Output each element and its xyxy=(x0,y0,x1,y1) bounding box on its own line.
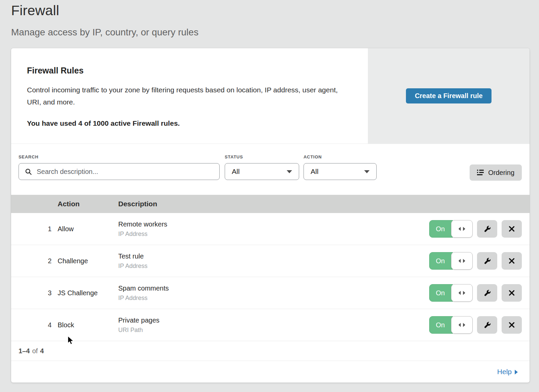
rule-action: Allow xyxy=(58,225,118,233)
card-description: Control incoming traffic to your zone by… xyxy=(27,84,347,108)
rule-description-cell: Private pages URI Path xyxy=(118,316,429,334)
table-row: 1 Allow Remote workers IP Address On xyxy=(11,213,530,245)
ordering-button-label: Ordering xyxy=(488,169,514,177)
edit-rule-button[interactable] xyxy=(477,220,497,238)
overview-text: Firewall Rules Control incoming traffic … xyxy=(11,48,368,144)
toggle-handle[interactable] xyxy=(451,220,473,238)
status-label: STATUS xyxy=(225,154,299,159)
rule-description: Spam comments xyxy=(118,284,429,292)
rule-description: Private pages xyxy=(118,316,429,324)
rule-priority: 1 xyxy=(11,225,58,233)
toggle-state-label: On xyxy=(429,252,453,270)
left-right-arrows-icon xyxy=(457,323,466,327)
pagination-range: 1–4 xyxy=(19,347,30,355)
rule-enabled-toggle[interactable]: On xyxy=(429,284,473,302)
rule-enabled-toggle[interactable]: On xyxy=(429,316,473,334)
page-header: Firewall Manage access by IP, country, o… xyxy=(0,0,539,38)
description-column-header: Description xyxy=(118,200,530,208)
action-filter-group: ACTION All xyxy=(304,154,377,180)
search-input[interactable] xyxy=(36,168,215,176)
pagination-total: 4 xyxy=(40,347,44,355)
rule-controls: On xyxy=(429,316,530,334)
delete-rule-button[interactable] xyxy=(502,252,522,270)
help-link-label: Help xyxy=(497,368,512,376)
close-icon xyxy=(508,225,515,232)
rule-enabled-toggle[interactable]: On xyxy=(429,252,473,270)
action-select[interactable]: All xyxy=(304,163,377,180)
delete-rule-button[interactable] xyxy=(502,316,522,334)
overview-section: Firewall Rules Control incoming traffic … xyxy=(11,48,530,144)
rule-controls: On xyxy=(429,252,530,270)
wrench-icon xyxy=(483,289,491,297)
create-rule-panel: Create a Firewall rule xyxy=(368,48,530,144)
close-icon xyxy=(508,290,515,296)
rule-action: JS Challenge xyxy=(58,289,118,297)
status-select[interactable]: All xyxy=(225,163,299,180)
rule-action: Challenge xyxy=(58,257,118,265)
arrow-right-icon xyxy=(515,370,518,374)
delete-rule-button[interactable] xyxy=(502,220,522,238)
left-right-arrows-icon xyxy=(457,259,466,263)
rule-description-cell: Spam comments IP Address xyxy=(118,284,429,302)
toggle-state-label: On xyxy=(429,220,453,238)
rule-description: Test rule xyxy=(118,252,429,260)
rule-priority: 3 xyxy=(11,289,58,297)
toggle-handle[interactable] xyxy=(451,284,473,302)
search-icon xyxy=(25,168,32,175)
rule-controls: On xyxy=(429,220,530,238)
toggle-state-label: On xyxy=(429,316,453,334)
table-row: 2 Challenge Test rule IP Address On xyxy=(11,245,530,277)
rule-controls: On xyxy=(429,284,530,302)
action-selected-value: All xyxy=(311,168,318,176)
rule-enabled-toggle[interactable]: On xyxy=(429,220,473,238)
left-right-arrows-icon xyxy=(457,227,466,231)
table-header-row: Action Description xyxy=(11,195,530,213)
edit-rule-button[interactable] xyxy=(477,316,497,334)
filter-bar: SEARCH STATUS All ACTION All xyxy=(11,144,530,195)
ordered-list-icon xyxy=(477,170,484,176)
pagination: 1–4 of 4 xyxy=(11,341,530,361)
status-selected-value: All xyxy=(232,168,240,176)
rule-description-cell: Test rule IP Address xyxy=(118,252,429,270)
search-label: SEARCH xyxy=(19,154,220,159)
page-title: Firewall xyxy=(11,3,529,19)
rule-match-type: IP Address xyxy=(118,295,429,302)
wrench-icon xyxy=(483,321,491,329)
chevron-down-icon xyxy=(287,170,292,173)
page-subtitle: Manage access by IP, country, or query r… xyxy=(11,27,529,38)
toggle-state-label: On xyxy=(429,284,453,302)
delete-rule-button[interactable] xyxy=(502,284,522,302)
wrench-icon xyxy=(483,225,491,233)
toggle-handle[interactable] xyxy=(451,316,473,334)
rule-match-type: IP Address xyxy=(118,263,429,270)
usage-summary: You have used 4 of 1000 active Firewall … xyxy=(27,119,348,127)
search-box xyxy=(19,163,220,180)
rule-match-type: URI Path xyxy=(118,327,429,334)
action-label: ACTION xyxy=(304,154,377,159)
firewall-rules-card: Firewall Rules Control incoming traffic … xyxy=(11,48,530,383)
status-filter-group: STATUS All xyxy=(225,154,299,180)
left-right-arrows-icon xyxy=(457,291,466,295)
pagination-of: of xyxy=(32,347,38,355)
edit-rule-button[interactable] xyxy=(477,252,497,270)
rule-priority: 4 xyxy=(11,321,58,329)
ordering-button[interactable]: Ordering xyxy=(470,164,522,181)
rule-description: Remote workers xyxy=(118,220,429,228)
card-footer: Help xyxy=(11,361,530,383)
card-heading: Firewall Rules xyxy=(27,66,348,76)
wrench-icon xyxy=(483,257,491,265)
rule-priority: 2 xyxy=(11,257,58,265)
toggle-handle[interactable] xyxy=(451,252,473,270)
table-row: 4 Block Private pages URI Path On xyxy=(11,309,530,341)
rule-match-type: IP Address xyxy=(118,231,429,238)
edit-rule-button[interactable] xyxy=(477,284,497,302)
create-firewall-rule-button[interactable]: Create a Firewall rule xyxy=(406,88,491,103)
rule-description-cell: Remote workers IP Address xyxy=(118,220,429,238)
rule-action: Block xyxy=(58,321,118,329)
search-filter-group: SEARCH xyxy=(19,154,220,180)
close-icon xyxy=(508,322,515,328)
action-column-header: Action xyxy=(58,200,118,208)
close-icon xyxy=(508,258,515,264)
chevron-down-icon xyxy=(364,170,370,173)
help-link[interactable]: Help xyxy=(497,368,518,376)
